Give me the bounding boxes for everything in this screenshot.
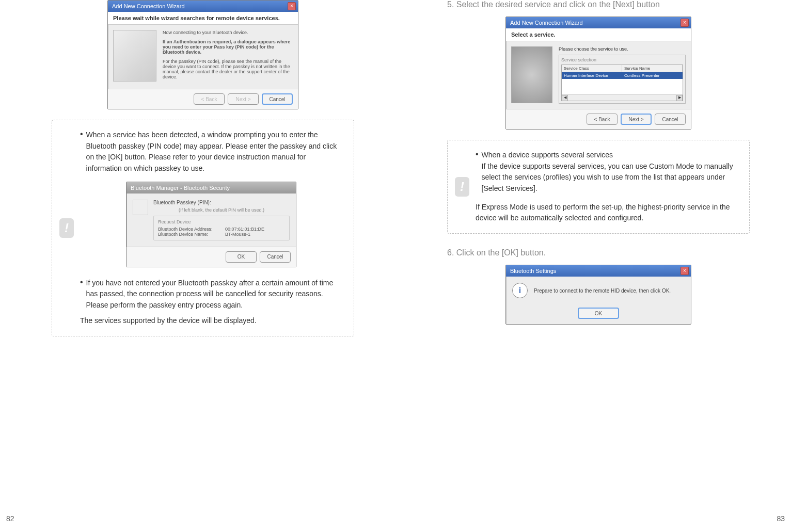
bullet-dot: •: [80, 130, 83, 174]
screenshot-passkey-dialog: Bluetooth Manager - Bluetooth Security B…: [126, 182, 296, 267]
step-5-heading: 5. Select the desired service and click …: [447, 0, 750, 9]
dialog-titlebar: Add New Connection Wizard ×: [108, 1, 298, 12]
dialog-subhead: Please wait while wizard searches for re…: [108, 12, 298, 25]
note-box-passkey: ! • When a service has been detected, a …: [52, 120, 354, 336]
close-icon[interactable]: ×: [288, 2, 296, 10]
addr-value: 00:07:61:01:B1:DE: [225, 227, 264, 232]
cancel-button[interactable]: Cancel: [260, 251, 291, 263]
text-line-bold: If an Authentication is required, a dial…: [163, 39, 293, 55]
cell-service-class: Human Interface Device: [562, 72, 622, 79]
back-button[interactable]: < Back: [194, 93, 225, 105]
request-device-group: Request Device Bluetooth Device Address:…: [153, 216, 290, 240]
note-footer: If Express Mode is used to perform the s…: [476, 202, 738, 224]
ok-button[interactable]: OK: [578, 308, 619, 319]
key-icon: [133, 200, 148, 215]
text-line: Now connecting to your Bluetooth device.: [163, 30, 293, 35]
button-row: OK Cancel: [126, 247, 296, 267]
button-row: OK: [506, 304, 691, 324]
note-bullet-head: When a device supports several services: [482, 150, 738, 161]
screenshot-bluetooth-settings: Bluetooth Settings × i Prepare to connec…: [505, 265, 691, 325]
screenshot-select-service: Add New Connection Wizard × Select a ser…: [505, 17, 691, 130]
passkey-hint: (If left blank, the default PIN will be …: [153, 207, 290, 213]
next-button[interactable]: Next >: [621, 114, 652, 125]
scroll-left-icon[interactable]: ◀: [562, 95, 568, 101]
dialog-titlebar: Bluetooth Manager - Bluetooth Security: [126, 182, 296, 194]
page-number: 82: [6, 514, 14, 523]
screenshot-search-wizard: Add New Connection Wizard × Please wait …: [107, 0, 298, 109]
close-icon[interactable]: ×: [681, 19, 689, 27]
dialog-title: Add New Connection Wizard: [112, 3, 185, 9]
horizontal-scrollbar[interactable]: ◀ ▶: [562, 94, 683, 101]
group-legend: Request Device: [158, 219, 285, 224]
passkey-label: Bluetooth Passkey (PIN):: [153, 200, 290, 205]
cancel-button[interactable]: Cancel: [655, 114, 686, 125]
button-row: < Back Next > Cancel: [506, 109, 691, 129]
cancel-button[interactable]: Cancel: [262, 93, 293, 105]
note-text: When a service has been detected, a wind…: [86, 130, 342, 174]
dialog-subhead: Select a service.: [506, 28, 691, 41]
col-service-class: Service Class: [562, 65, 622, 72]
page-number: 83: [777, 514, 785, 523]
service-hint: Please choose the service to use.: [559, 46, 686, 52]
alert-icon: !: [455, 177, 469, 197]
next-button[interactable]: Next >: [228, 93, 259, 105]
note-text: If you have not entered your Bluetooth p…: [86, 278, 342, 311]
note-footer: The services supported by the device wil…: [80, 315, 342, 327]
close-icon[interactable]: ×: [681, 267, 689, 275]
note-bullet-body: If the device supports several services,…: [482, 161, 738, 195]
dialog-title: Add New Connection Wizard: [510, 20, 583, 26]
back-button[interactable]: < Back: [587, 114, 618, 125]
name-label: Bluetooth Device Name:: [158, 232, 225, 237]
table-row[interactable]: Human Interface Device Cordless Presente…: [562, 72, 683, 79]
dialog-message: Prepare to connect to the remote HID dev…: [534, 288, 671, 294]
illustration-radar: [511, 46, 552, 103]
illustration-device: [113, 30, 156, 82]
dialog-title: Bluetooth Settings: [510, 268, 556, 274]
addr-label: Bluetooth Device Address:: [158, 227, 225, 232]
col-service-name: Service Name: [622, 65, 683, 72]
note-box-services: ! • When a device supports several servi…: [447, 140, 750, 234]
bullet-dot: •: [476, 150, 479, 195]
alert-icon: !: [59, 218, 74, 238]
name-value: BT-Mouse-1: [225, 232, 250, 237]
button-row: < Back Next > Cancel: [108, 89, 298, 109]
scroll-right-icon[interactable]: ▶: [676, 95, 683, 101]
dialog-titlebar: Add New Connection Wizard ×: [506, 17, 691, 28]
dialog-body-text: Now connecting to your Bluetooth device.…: [163, 30, 293, 84]
dialog-titlebar: Bluetooth Settings ×: [506, 265, 691, 277]
group-legend: Service selection: [561, 57, 683, 62]
text-line: For the passkey (PIN code), please see t…: [163, 59, 293, 79]
dialog-title: Bluetooth Manager - Bluetooth Security: [131, 185, 230, 191]
service-selection-group: Service selection Service Class Service …: [559, 55, 686, 104]
step-6-heading: 6. Click on the [OK] button.: [447, 248, 750, 257]
service-table[interactable]: Service Class Service Name Human Interfa…: [561, 65, 683, 101]
info-icon: i: [512, 283, 528, 298]
cell-service-name: Cordless Presenter: [622, 72, 683, 79]
ok-button[interactable]: OK: [226, 251, 257, 263]
bullet-dot: •: [80, 278, 83, 311]
